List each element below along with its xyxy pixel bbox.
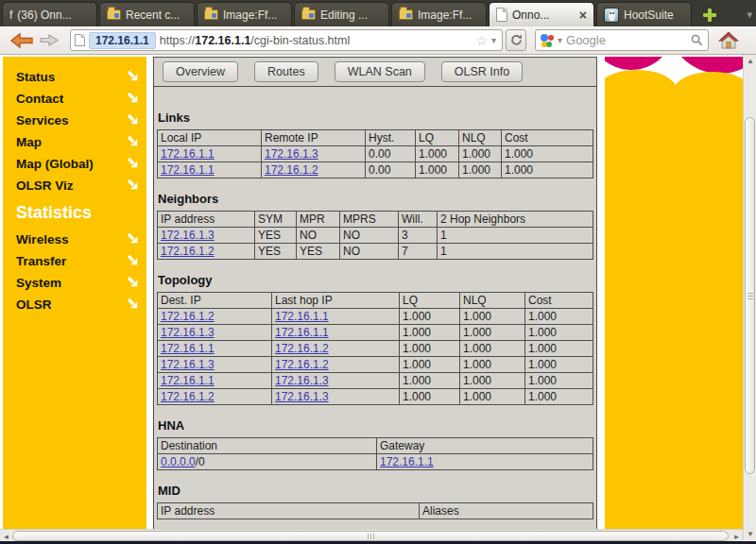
browser-tab-1[interactable]: Recent c...: [99, 2, 195, 26]
scroll-up-icon[interactable]: ▴: [744, 55, 756, 67]
ip-link[interactable]: 172.16.1.3: [161, 326, 215, 339]
bookmark-star-icon[interactable]: ☆: [475, 33, 488, 48]
new-tab-button[interactable]: [697, 7, 722, 24]
cell-text: 1.000: [419, 163, 447, 177]
column-header: Destination: [158, 438, 377, 454]
sidebar-item-label: OLSR Viz: [16, 178, 74, 193]
tab-routes[interactable]: Routes: [254, 61, 318, 82]
ip-link[interactable]: 172.16.1.3: [275, 374, 329, 387]
sidebar-item-label: OLSR: [16, 298, 52, 312]
sidebar-item-system[interactable]: System: [16, 272, 146, 294]
owl-icon: [604, 8, 619, 23]
table-cell: 0.0.0.0/0: [158, 454, 377, 470]
ip-link[interactable]: 172.16.1.3: [161, 229, 215, 242]
table-cell: 1: [438, 228, 593, 244]
sidebar-item-map[interactable]: Map: [16, 131, 146, 153]
ip-link[interactable]: 172.16.1.1: [161, 163, 215, 177]
sidebar-item-map-global[interactable]: Map (Global): [16, 153, 146, 175]
sidebar-item-status[interactable]: Status: [16, 66, 146, 88]
search-input[interactable]: Google: [566, 33, 687, 47]
back-button[interactable]: [8, 31, 36, 50]
forward-button[interactable]: [36, 32, 62, 48]
scroll-down-icon[interactable]: ▾: [744, 528, 756, 540]
url-text[interactable]: https://172.16.1.1/cgi-bin-status.html: [160, 34, 472, 47]
browser-tab-4[interactable]: Image:Ff...: [391, 2, 487, 26]
table-cell: 1.000: [525, 325, 593, 341]
horizontal-scrollbar-thumb[interactable]: [12, 531, 729, 541]
table-neighbors: IP addressSYMMPRMPRSWill.2 Hop Neighbors…: [157, 211, 593, 260]
site-identity-button[interactable]: 172.16.1.1: [89, 32, 156, 49]
home-button[interactable]: [718, 31, 739, 49]
table-cell: 1.000: [502, 146, 593, 162]
cell-text: 1.000: [419, 147, 447, 161]
column-header: Last hop IP: [272, 293, 400, 309]
table-cell: 172.16.1.2: [158, 309, 272, 325]
sidebar-item-olsr[interactable]: OLSR: [16, 294, 146, 315]
sidebar-item-olsr-viz[interactable]: OLSR Viz: [16, 175, 146, 196]
table-cell: 172.16.1.1: [158, 341, 272, 357]
column-header: Local IP: [158, 130, 262, 146]
reload-button[interactable]: [506, 29, 526, 51]
tab-wlan-scan[interactable]: WLAN Scan: [335, 61, 425, 82]
cell-text: 1.000: [463, 358, 491, 371]
ip-link[interactable]: 172.16.1.2: [265, 163, 318, 177]
ip-link[interactable]: 172.16.1.1: [161, 342, 215, 355]
cell-text: 1.000: [462, 147, 490, 161]
cell-text: 1.000: [463, 326, 491, 339]
sidebar-nav: StatusContactServicesMapMap (Global)OLSR…: [3, 57, 146, 529]
url-bar[interactable]: 172.16.1.1 https://172.16.1.1/cgi-bin-st…: [70, 29, 503, 51]
search-magnifier-icon[interactable]: [691, 34, 703, 46]
browser-tab-5[interactable]: Onno...×: [489, 2, 594, 26]
ip-link[interactable]: 172.16.1.3: [265, 147, 318, 161]
sidebar-item-wireless[interactable]: Wireless: [16, 229, 146, 250]
tab-overview[interactable]: Overview: [163, 61, 238, 82]
browser-tab-2[interactable]: Image:Ff...: [197, 2, 292, 26]
ip-link[interactable]: 172.16.1.2: [275, 342, 329, 355]
tab-olsr-info[interactable]: OLSR Info: [441, 61, 523, 82]
ip-link[interactable]: 172.16.1.3: [275, 390, 329, 403]
sidebar-item-services[interactable]: Services: [16, 110, 146, 131]
browser-tab-3[interactable]: Editing ...: [294, 2, 389, 26]
browser-tab-6[interactable]: HootSuite: [596, 2, 692, 26]
ip-link[interactable]: 0.0.0.0: [161, 455, 196, 468]
tab-list-arrow-icon[interactable]: ▾: [747, 8, 752, 21]
ip-link[interactable]: 172.16.1.2: [275, 358, 329, 371]
browser-tab-0[interactable]: f(36) Onn...: [2, 2, 97, 26]
table-row: 172.16.1.1172.16.1.21.0001.0001.000: [158, 341, 593, 357]
url-dropdown-icon[interactable]: ▾: [491, 35, 496, 45]
ip-link[interactable]: 172.16.1.2: [161, 310, 215, 323]
tab-close-icon[interactable]: ×: [579, 8, 587, 22]
table-row: 172.16.1.2172.16.1.31.0001.0001.000: [158, 389, 593, 405]
status-sections: LinksLocal IPRemote IPHyst.LQNLQCost172.…: [154, 110, 596, 519]
table-cell: 1.000: [460, 309, 525, 325]
search-bar[interactable]: ▾ Google: [535, 29, 709, 51]
ip-link[interactable]: 172.16.1.1: [161, 374, 215, 387]
vertical-scrollbar[interactable]: ▴ ▾: [743, 55, 756, 540]
cell-text: NO: [300, 229, 317, 242]
url-host: 172.16.1.1: [195, 34, 250, 47]
vertical-scrollbar-thumb[interactable]: [745, 117, 755, 474]
table-cell: 3: [399, 228, 438, 244]
ip-link[interactable]: 172.16.1.3: [161, 358, 215, 371]
column-header: Will.: [399, 212, 438, 228]
table-mid: IP addressAliases: [157, 502, 593, 519]
horizontal-scrollbar[interactable]: ◂ ▸: [0, 529, 743, 542]
table-cell: 172.16.1.2: [262, 162, 366, 178]
column-header: Aliases: [420, 503, 593, 519]
cell-text: 1.000: [528, 390, 557, 403]
table-cell: 172.16.1.1: [272, 325, 400, 341]
ip-link[interactable]: 172.16.1.2: [161, 390, 215, 403]
ip-link[interactable]: 172.16.1.1: [380, 455, 434, 468]
ip-link[interactable]: 172.16.1.2: [161, 245, 215, 258]
ip-link[interactable]: 172.16.1.1: [275, 310, 329, 323]
tab-label: (36) Onn...: [17, 8, 90, 22]
arrow-down-right-icon: [127, 254, 139, 266]
cell-text: 1.000: [462, 163, 490, 177]
table-cell: 1.000: [525, 341, 593, 357]
ip-link[interactable]: 172.16.1.1: [161, 147, 215, 161]
ip-link[interactable]: 172.16.1.1: [275, 326, 329, 339]
cell-text: 0.00: [369, 163, 390, 177]
search-engine-dropdown-icon[interactable]: ▾: [558, 35, 562, 45]
sidebar-item-contact[interactable]: Contact: [16, 88, 146, 110]
sidebar-item-transfer[interactable]: Transfer: [16, 250, 146, 272]
